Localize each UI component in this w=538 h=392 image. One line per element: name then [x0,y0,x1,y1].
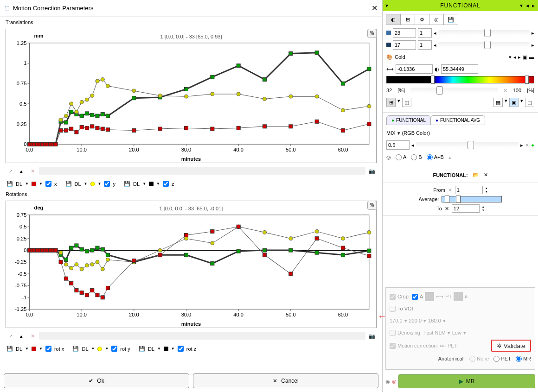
tab-functional[interactable]: ●FUNCTIONAL [386,115,431,125]
lo-input[interactable] [396,64,433,74]
link-icon[interactable]: ⟷ [436,294,443,300]
up-icon[interactable]: ▴ [17,331,26,341]
validate-button[interactable]: ✲Validate [491,340,531,352]
line-tool-icon[interactable]: ⟋ [6,166,15,176]
tab-tool-icon[interactable]: ⚙ [415,14,429,25]
hi-input[interactable] [441,64,478,74]
circle-icon[interactable]: ◉ [385,379,390,385]
dropdown-icon[interactable]: ▼ [171,347,175,351]
up-icon[interactable]: ▴ [17,166,26,176]
val1b-input[interactable] [418,28,432,38]
val1-input[interactable] [393,28,416,38]
radio-none[interactable]: None [469,356,489,362]
line-tool-icon[interactable]: ⟋ [6,331,15,341]
close-icon[interactable]: ✕ [371,4,378,13]
radio-ab[interactable]: A+B [427,154,444,160]
tab-functional-avg[interactable]: ●FUNCTIONAL AVG [430,115,485,125]
dropdown-icon[interactable]: ▼ [156,182,160,186]
tab-target-icon[interactable]: ◎ [429,14,444,25]
next-icon[interactable]: ▸ [520,142,523,148]
target2-icon[interactable]: ◎ [392,379,397,385]
slider-1[interactable] [438,30,530,36]
next-icon[interactable]: ▸ [518,54,521,60]
box-icon[interactable] [425,292,434,301]
prev-icon[interactable]: ◂ [526,2,529,9]
radio-mr[interactable]: MR [516,356,531,362]
save-icon[interactable]: 💾 [139,346,145,352]
cancel-button[interactable]: ✕Cancel [193,373,378,388]
x-icon[interactable]: ✕ [448,187,452,193]
camera-icon[interactable]: 📷 [367,331,377,341]
save-icon[interactable]: 💾 [124,181,130,187]
rotx-checkbox[interactable] [45,346,51,352]
dropdown-icon[interactable]: ▼ [84,182,88,186]
pct-button-1[interactable]: % [367,29,377,38]
x-checkbox[interactable] [45,181,51,187]
remove-icon[interactable]: ✕ [28,331,37,341]
next-icon[interactable]: ▸ [532,30,534,36]
layout-icon[interactable]: ▦ [493,98,503,107]
tab-contrast-icon[interactable]: ◐ [386,14,401,25]
dropdown-icon[interactable]: ▼ [157,347,161,351]
val2-input[interactable] [393,40,416,50]
tab-grid-icon[interactable]: ⊞ [400,14,415,25]
next-icon[interactable]: ▸ [532,42,534,48]
prev-icon[interactable]: ◂ [513,54,516,60]
down-icon[interactable]: ▾ [443,318,446,324]
rect-icon[interactable]: ▢ [525,98,534,107]
minus-icon[interactable]: ▬ [529,54,534,60]
down-icon[interactable]: ▾ [486,190,487,194]
dropdown-icon[interactable]: ▼ [25,182,29,186]
x-icon[interactable]: ✕ [445,206,449,212]
x-icon[interactable]: ✕ [525,142,529,148]
dropdown-icon[interactable]: ▼ [98,182,102,186]
down-icon[interactable]: ▾ [509,54,512,60]
radio-a[interactable]: A [396,154,406,160]
down-icon[interactable]: ▾ [423,318,426,324]
up-icon[interactable]: ▴ [486,186,487,190]
val2b-input[interactable] [418,40,432,50]
down-icon[interactable]: ▾ [520,2,523,9]
grid-icon[interactable]: ⊞ [386,98,396,107]
folder-icon[interactable]: 📂 [473,172,479,178]
pct-button-2[interactable]: % [367,201,377,210]
save-icon[interactable]: 💾 [6,181,13,187]
prev-icon[interactable]: ◂ [434,30,436,36]
slider-2[interactable] [438,42,530,48]
down-icon[interactable]: ▾ [482,209,484,212]
rotz-checkbox[interactable] [178,346,184,352]
ok-button[interactable]: ✔Ok [4,373,189,388]
up-icon[interactable]: ▴ [482,205,484,209]
square-icon[interactable]: ▣ [523,54,527,60]
pct-slider[interactable] [410,88,498,93]
to-input[interactable] [452,204,480,213]
dropdown-icon[interactable]: ▼ [91,347,95,351]
from-input[interactable] [455,186,483,194]
remove-icon[interactable]: ✕ [28,166,37,176]
dropdown-icon[interactable]: ▼ [39,182,43,186]
save-icon[interactable]: 💾 [72,346,79,352]
down-icon[interactable]: ▾ [385,2,389,9]
mix-slider[interactable] [416,142,519,148]
roty-checkbox[interactable] [111,346,117,352]
camera-icon[interactable]: 📷 [367,166,377,176]
z-checkbox[interactable] [163,181,169,187]
average-slider[interactable] [442,196,502,202]
prev-icon[interactable]: ◂ [434,42,436,48]
box2-icon[interactable] [454,292,463,301]
radio-b[interactable]: B [411,154,422,160]
down-icon[interactable]: ▾ [397,130,400,136]
prev-icon[interactable]: ◂ [411,142,414,148]
close-icon[interactable]: ✕ [484,172,488,178]
a-checkbox[interactable] [412,294,418,300]
down-icon[interactable]: ▾ [448,330,450,336]
tab-save-icon[interactable]: 💾 [443,14,458,25]
x-icon[interactable]: ✕ [503,88,507,94]
radio-pet[interactable]: PET [493,356,511,362]
rotations-chart[interactable]: -1.25-1-0.75-0.5-0.2500.250.50.750.010.0… [6,201,377,328]
next-icon[interactable]: ▸ [532,2,535,9]
down-icon[interactable]: ▾ [520,98,523,107]
dropdown-icon[interactable]: ▼ [39,347,43,351]
down-icon[interactable]: ▾ [463,330,466,336]
save-icon[interactable]: 💾 [65,181,72,187]
